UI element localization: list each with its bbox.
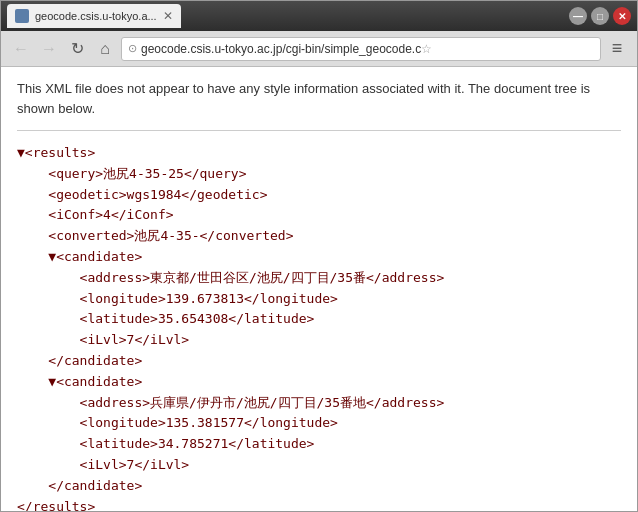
page-content: This XML file does not appear to have an…	[1, 67, 637, 511]
xml-line: <address>東京都/世田谷区/池尻/四丁目/35番</address>	[17, 268, 621, 289]
xml-line: </results>	[17, 497, 621, 511]
minimize-button[interactable]: —	[569, 7, 587, 25]
close-button[interactable]: ✕	[613, 7, 631, 25]
reload-button[interactable]: ↻	[65, 37, 89, 61]
xml-line: ▼<candidate>	[17, 247, 621, 268]
xml-line: <longitude>135.381577</longitude>	[17, 413, 621, 434]
xml-line: ▼<results>	[17, 143, 621, 164]
xml-line: ▼<candidate>	[17, 372, 621, 393]
xml-line: <latitude>34.785271</latitude>	[17, 434, 621, 455]
xml-line: <iLvl>7</iLvl>	[17, 455, 621, 476]
forward-button[interactable]: →	[37, 37, 61, 61]
tab-favicon	[15, 9, 29, 23]
xml-line: <longitude>139.673813</longitude>	[17, 289, 621, 310]
xml-line: </candidate>	[17, 351, 621, 372]
xml-line: <address>兵庫県/伊丹市/池尻/四丁目/35番地</address>	[17, 393, 621, 414]
xml-line: </candidate>	[17, 476, 621, 497]
xml-line: <iConf>4</iConf>	[17, 205, 621, 226]
xml-line: <query>池尻4-35-25</query>	[17, 164, 621, 185]
xml-display: ▼<results> <query>池尻4-35-25</query> <geo…	[17, 143, 621, 511]
browser-tab[interactable]: geocode.csis.u-tokyo.a... ✕	[7, 4, 181, 28]
address-text: geocode.csis.u-tokyo.ac.jp/cgi-bin/simpl…	[141, 42, 594, 56]
title-bar: geocode.csis.u-tokyo.a... ✕ — □ ✕	[1, 1, 637, 31]
xml-line: <converted>池尻4-35-</converted>	[17, 226, 621, 247]
address-lock-icon: ⊙	[128, 42, 137, 55]
xml-line: <geodetic>wgs1984</geodetic>	[17, 185, 621, 206]
xml-line: <iLvl>7</iLvl>	[17, 330, 621, 351]
xml-notice: This XML file does not appear to have an…	[17, 79, 621, 131]
xml-line: <latitude>35.654308</latitude>	[17, 309, 621, 330]
browser-menu-button[interactable]: ≡	[605, 37, 629, 61]
window-controls: — □ ✕	[569, 7, 631, 25]
back-button[interactable]: ←	[9, 37, 33, 61]
navigation-bar: ← → ↻ ⌂ ⊙ geocode.csis.u-tokyo.ac.jp/cgi…	[1, 31, 637, 67]
maximize-button[interactable]: □	[591, 7, 609, 25]
close-tab-button[interactable]: ✕	[163, 10, 173, 22]
home-button[interactable]: ⌂	[93, 37, 117, 61]
tab-title: geocode.csis.u-tokyo.a...	[35, 10, 157, 22]
address-bar[interactable]: ⊙ geocode.csis.u-tokyo.ac.jp/cgi-bin/sim…	[121, 37, 601, 61]
browser-window: geocode.csis.u-tokyo.a... ✕ — □ ✕ ← → ↻ …	[0, 0, 638, 512]
address-star-inline: ☆	[421, 42, 432, 56]
